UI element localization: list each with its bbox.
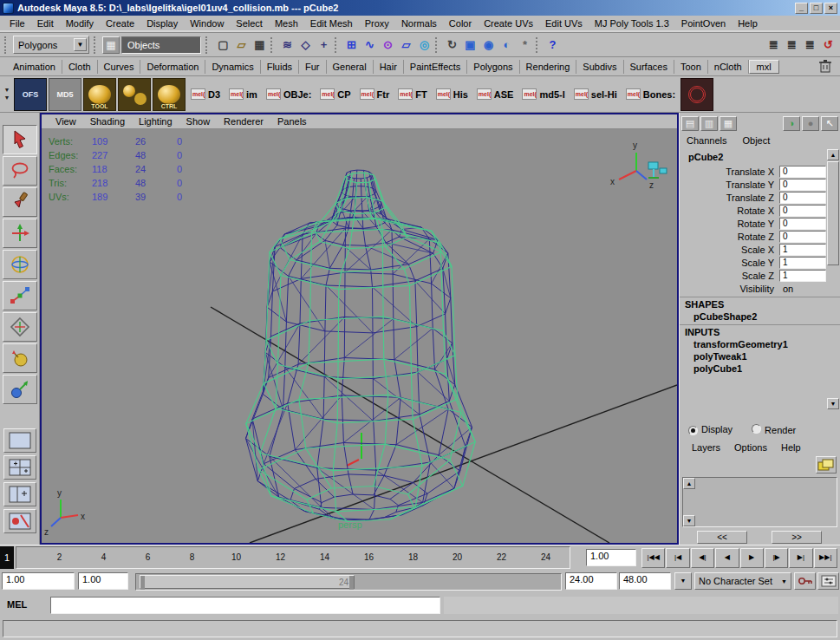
- create-layer-button[interactable]: [816, 456, 837, 473]
- auto-keyframe-button[interactable]: [794, 572, 816, 590]
- menu-item[interactable]: Display: [140, 16, 184, 32]
- status-icon[interactable]: [435, 37, 441, 53]
- shelf-tab[interactable]: Deformation: [140, 60, 205, 74]
- shelf-mel-md5l-button[interactable]: md5-l: [518, 78, 568, 111]
- shelf-mel-ftr-button[interactable]: Ftr: [356, 78, 394, 111]
- shelf-tab[interactable]: Curves: [98, 60, 141, 74]
- step-forward-frame-button[interactable]: ▶|: [789, 548, 812, 568]
- play-forwards-button[interactable]: ▶: [740, 548, 764, 568]
- display-radio[interactable]: Display: [688, 424, 733, 435]
- range-slider-track[interactable]: 24: [135, 573, 562, 591]
- shelf-menu-arrows[interactable]: ▼ ▼: [2, 88, 12, 101]
- scroll-down-icon[interactable]: ▼: [827, 398, 839, 409]
- trash-icon[interactable]: [816, 58, 835, 75]
- snap-to-points-icon[interactable]: ⊙: [379, 36, 397, 54]
- shelf-ctrl-sphere-button[interactable]: CTRL: [153, 78, 186, 111]
- render-radio[interactable]: Render: [752, 424, 796, 435]
- channel-value-field[interactable]: 1: [779, 257, 826, 269]
- shelf-mel-im-button[interactable]: im: [225, 78, 261, 111]
- panel-menu-item[interactable]: Panels: [270, 116, 314, 127]
- shelf-tab[interactable]: Animation: [7, 60, 62, 74]
- status-icon[interactable]: [270, 37, 277, 53]
- status-icon[interactable]: [335, 37, 341, 53]
- current-time-field[interactable]: 1.00: [586, 549, 636, 566]
- scroll-down-icon[interactable]: ▼: [683, 515, 695, 526]
- drag-grip[interactable]: [4, 36, 9, 54]
- selection-mode-dropdown[interactable]: Polygons ▼: [13, 36, 89, 54]
- panel-menu-item[interactable]: Shading: [83, 116, 132, 127]
- range-start-handle[interactable]: [140, 576, 145, 590]
- channel-speed-slow-icon[interactable]: ◑: [783, 116, 800, 131]
- shelf-mel-obje-button[interactable]: OBJe:: [263, 78, 315, 111]
- panel-menu-item[interactable]: View: [49, 116, 83, 127]
- shelf-roll-button[interactable]: [680, 78, 713, 111]
- four-pane-layout[interactable]: [3, 455, 36, 480]
- drag-grip[interactable]: [94, 36, 98, 54]
- channel-value-field[interactable]: 0: [779, 179, 826, 191]
- channel-value-field[interactable]: 1: [779, 244, 826, 256]
- range-slider-bar[interactable]: 24: [140, 575, 355, 589]
- open-render-view-icon[interactable]: ▣: [461, 36, 479, 54]
- construction-history-icon[interactable]: ↻: [443, 36, 461, 54]
- shelf-tab[interactable]: Hair: [374, 60, 404, 74]
- save-scene-icon[interactable]: ▦: [251, 36, 269, 54]
- shelf-tab[interactable]: Toon: [674, 60, 708, 74]
- paint-select-tool[interactable]: [3, 187, 37, 217]
- soft-mod-tool[interactable]: [3, 343, 37, 373]
- animation-end-field[interactable]: 48.00: [619, 572, 671, 590]
- rotate-tool[interactable]: [3, 250, 37, 279]
- layer-list[interactable]: ▲ ▼: [682, 477, 837, 527]
- scale-tool[interactable]: [3, 281, 37, 310]
- shelf-tab[interactable]: Fluids: [261, 60, 299, 74]
- range-end-handle[interactable]: [349, 576, 354, 590]
- channel-value-field[interactable]: 0: [779, 166, 826, 178]
- menu-item[interactable]: Normals: [395, 16, 443, 32]
- character-set-dropdown[interactable]: No Character Set ▼: [694, 572, 791, 590]
- shelf-tab[interactable]: Polygons: [467, 60, 519, 74]
- node-name[interactable]: pCube2: [680, 149, 840, 165]
- layer-menu-item[interactable]: Options: [729, 442, 772, 453]
- menu-item[interactable]: Edit UVs: [539, 16, 589, 32]
- select-by-hierarchy-icon[interactable]: ≋: [278, 36, 296, 54]
- menu-item[interactable]: Proxy: [359, 16, 395, 32]
- playback-end-field[interactable]: 24.00: [565, 572, 617, 590]
- channel-value-field[interactable]: 0: [779, 231, 826, 243]
- menu-item[interactable]: Select: [230, 16, 269, 32]
- collapse-right-button[interactable]: >>: [772, 531, 822, 544]
- play-backwards-button[interactable]: ◀: [715, 548, 739, 568]
- menu-item[interactable]: Edit Mesh: [304, 16, 359, 32]
- current-frame-marker[interactable]: 1: [0, 546, 14, 569]
- help-line-icon[interactable]: ?: [544, 36, 562, 54]
- status-icon[interactable]: [536, 37, 542, 53]
- menu-item[interactable]: Create: [100, 16, 140, 32]
- playback-start-field[interactable]: 1.00: [78, 572, 128, 590]
- open-scene-icon[interactable]: ▱: [232, 36, 251, 54]
- saved-layout[interactable]: [3, 509, 36, 533]
- animation-preferences-button[interactable]: [817, 572, 839, 590]
- step-back-key-button[interactable]: ◀|: [691, 548, 714, 568]
- range-spinner-button[interactable]: ▼: [674, 572, 692, 590]
- input-node[interactable]: polyCube1: [680, 362, 840, 375]
- title-bar[interactable]: Autodesk Maya 8.5: D:\_labs\Igelitka\ige…: [0, 0, 840, 16]
- snap-to-curves-icon[interactable]: ∿: [361, 36, 379, 54]
- mel-input[interactable]: [50, 597, 440, 614]
- ipr-render-icon[interactable]: ◐: [498, 36, 516, 54]
- shelf-tab[interactable]: nCloth: [708, 60, 749, 74]
- channel-box-toggle-icon[interactable]: ≣: [801, 36, 819, 54]
- recent-commands-icon[interactable]: ↺: [819, 36, 837, 54]
- menu-item[interactable]: Edit: [31, 16, 60, 32]
- scrollbar-thumb[interactable]: [827, 161, 839, 265]
- input-node[interactable]: polyTweak1: [680, 350, 840, 362]
- panel-menu-item[interactable]: Renderer: [217, 116, 270, 127]
- shelf-mel-selhi-button[interactable]: sel-Hi: [570, 78, 621, 111]
- channel-value-field[interactable]: 1: [779, 270, 826, 282]
- select-by-component-icon[interactable]: +: [315, 36, 333, 54]
- selection-mask-field[interactable]: Objects: [121, 36, 201, 54]
- select-by-object-icon[interactable]: ◇: [296, 36, 315, 54]
- close-button[interactable]: ×: [824, 3, 837, 14]
- shelf-mel-d3-button[interactable]: D3: [187, 78, 224, 111]
- menu-item[interactable]: Help: [732, 16, 764, 32]
- shelf-tab[interactable]: Dynamics: [205, 60, 260, 74]
- menu-item[interactable]: PointOven: [675, 16, 732, 32]
- split-pane-layout[interactable]: [3, 482, 36, 506]
